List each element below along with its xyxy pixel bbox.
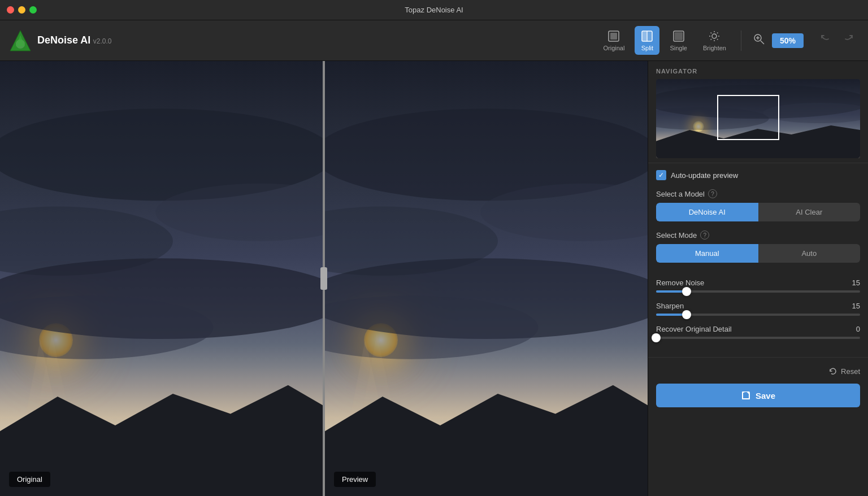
view-single-button[interactable]: Single — [664, 26, 693, 55]
svg-rect-9 — [675, 32, 683, 40]
mode-section-label: Select Mode — [656, 231, 697, 240]
zoom-in-button[interactable] — [750, 31, 767, 50]
right-panel: NAVIGATOR ✓ — [648, 61, 868, 496]
view-split-label: Split — [641, 45, 653, 51]
window-title: Topaz DeNoise AI — [405, 6, 463, 14]
redo-button[interactable] — [839, 31, 859, 50]
model-btn-group: DeNoise AI AI Clear — [656, 203, 860, 221]
sharpen-track — [656, 314, 860, 316]
sharpen-thumb[interactable] — [682, 310, 691, 319]
bottom-buttons: Reset Save — [648, 357, 868, 415]
navigator-title: NAVIGATOR — [656, 68, 860, 75]
toolbar: DeNoise AI v2.0.0 Original Split — [0, 20, 868, 61]
navigator-preview — [656, 79, 860, 158]
view-original-button[interactable]: Original — [598, 26, 631, 55]
remove-noise-value: 15 — [847, 279, 860, 287]
sharpen-value: 15 — [847, 302, 860, 310]
split-icon — [640, 29, 654, 43]
mode-manual-button[interactable]: Manual — [656, 244, 758, 263]
recover-detail-label: Recover Original Detail — [656, 325, 732, 333]
svg-rect-7 — [648, 32, 652, 41]
traffic-lights — [7, 6, 37, 14]
nav-sun-glow — [693, 121, 704, 132]
nav-viewport[interactable] — [717, 95, 779, 140]
original-icon — [607, 29, 620, 43]
recover-detail-thumb[interactable] — [652, 333, 661, 342]
auto-update-row: ✓ Auto-update preview — [656, 170, 860, 180]
auto-update-checkbox[interactable]: ✓ — [656, 170, 666, 180]
view-brighten-button[interactable]: Brighten — [697, 26, 732, 55]
save-label: Save — [756, 391, 775, 401]
minimize-button[interactable] — [18, 6, 25, 14]
view-single-label: Single — [670, 45, 687, 51]
reset-button[interactable]: Reset — [656, 363, 860, 379]
zoom-controls: 50% — [750, 31, 804, 50]
toolbar-divider — [741, 31, 741, 51]
app-name-group: DeNoise AI v2.0.0 — [37, 34, 112, 46]
sun-glow-preview — [364, 323, 398, 357]
remove-noise-track — [656, 290, 860, 293]
svg-line-15 — [711, 33, 711, 33]
view-original-label: Original — [604, 45, 625, 51]
view-split-button[interactable]: Split — [635, 26, 659, 55]
svg-rect-44 — [744, 392, 748, 395]
save-button[interactable]: Save — [656, 384, 860, 407]
maximize-button[interactable] — [29, 6, 37, 14]
model-section-label: Select a Model — [656, 190, 705, 198]
sliders-section: Remove Noise 15 Sharpen 15 — [648, 279, 868, 357]
mode-btn-group: Manual Auto — [656, 244, 860, 263]
main-content: Original Preview — [0, 61, 868, 496]
zoom-display[interactable]: 50% — [772, 33, 804, 48]
brighten-icon — [708, 29, 721, 43]
model-ai-clear-button[interactable]: AI Clear — [758, 203, 861, 221]
svg-line-16 — [717, 39, 718, 40]
preview-panel: Preview — [325, 61, 648, 496]
recover-detail-slider-row: Recover Original Detail 0 — [656, 325, 860, 339]
app-version: v2.0.0 — [93, 37, 112, 45]
undo-button[interactable] — [815, 31, 835, 50]
svg-line-18 — [717, 33, 718, 33]
model-denoise-ai-button[interactable]: DeNoise AI — [656, 203, 758, 221]
undo-redo — [815, 31, 859, 50]
sharpen-slider-row: Sharpen 15 — [656, 302, 860, 316]
model-help-icon[interactable]: ? — [708, 189, 717, 198]
reset-label: Reset — [841, 367, 860, 376]
mode-section: Select Mode ? Manual Auto — [656, 230, 860, 263]
save-icon — [741, 390, 751, 401]
original-label: Original — [9, 472, 50, 487]
original-panel: Original — [0, 61, 323, 496]
sharpen-label: Sharpen — [656, 302, 684, 310]
settings-section: ✓ Auto-update preview Select a Model ? D… — [648, 163, 868, 279]
single-icon — [672, 29, 685, 43]
mode-help-icon[interactable]: ? — [700, 230, 709, 240]
navigator-section: NAVIGATOR — [648, 61, 868, 163]
svg-line-20 — [761, 41, 764, 44]
original-sky-scene — [0, 61, 323, 496]
view-buttons: Original Split Single — [598, 26, 732, 55]
recover-detail-value: 0 — [847, 325, 860, 333]
close-button[interactable] — [7, 6, 14, 14]
svg-rect-6 — [643, 32, 646, 41]
preview-label: Preview — [334, 472, 376, 487]
recover-detail-track — [656, 337, 860, 339]
app-logo-icon — [9, 29, 32, 52]
title-bar: Topaz DeNoise AI — [0, 0, 868, 20]
remove-noise-slider-row: Remove Noise 15 — [656, 279, 860, 293]
auto-update-label: Auto-update preview — [671, 171, 738, 180]
preview-sky-scene — [325, 61, 648, 496]
sun-glow-original — [39, 323, 73, 357]
svg-rect-3 — [610, 33, 617, 40]
svg-point-10 — [712, 34, 717, 38]
app-name: DeNoise AI — [37, 34, 90, 46]
app-logo: DeNoise AI v2.0.0 — [9, 29, 112, 52]
remove-noise-label: Remove Noise — [656, 279, 704, 287]
reset-icon — [828, 367, 837, 376]
remove-noise-thumb[interactable] — [682, 287, 691, 296]
split-divider[interactable] — [323, 61, 325, 496]
model-section: Select a Model ? DeNoise AI AI Clear — [656, 189, 860, 221]
mode-auto-button[interactable]: Auto — [758, 244, 861, 263]
canvas-area: Original Preview — [0, 61, 648, 496]
view-brighten-label: Brighten — [703, 45, 726, 51]
svg-line-17 — [711, 39, 711, 40]
